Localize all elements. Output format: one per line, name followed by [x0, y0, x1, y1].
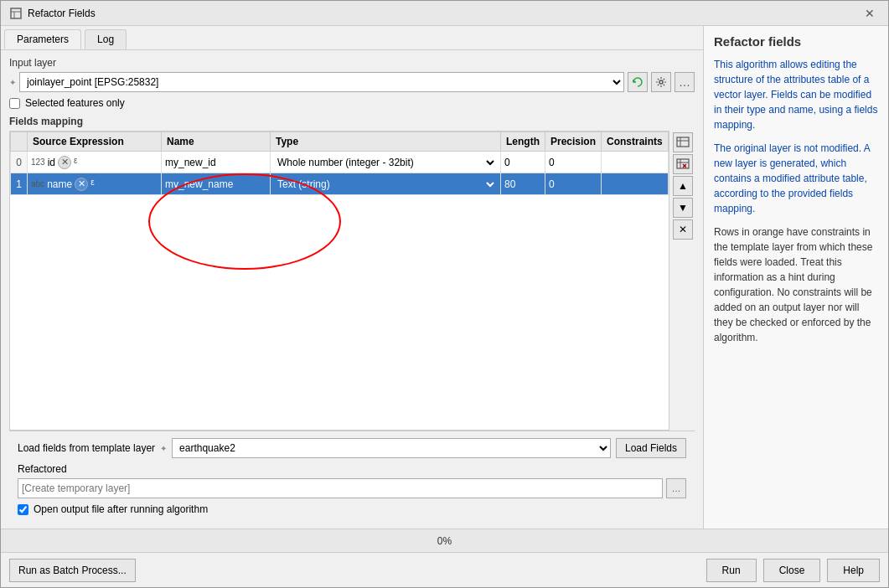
window: Refactor Fields ✕ Parameters Log Input l… [0, 0, 889, 588]
layer-settings-btn[interactable] [651, 72, 671, 92]
source-type-badge-0: 123 [31, 157, 45, 167]
delete-row-1-btn[interactable]: ✕ [75, 178, 88, 191]
batch-process-btn[interactable]: Run as Batch Process... [9, 559, 136, 582]
template-indicator: ✦ [160, 444, 167, 453]
name-input-0[interactable] [165, 157, 266, 168]
right-para-2: The original layer is not modified. A ne… [714, 141, 878, 216]
right-panel: Refactor fields This algorithm allows ed… [704, 26, 888, 529]
open-output-checkbox[interactable] [18, 504, 28, 515]
col-length: Length [500, 132, 545, 152]
row-index-0: 0 [11, 152, 28, 173]
move-up-btn[interactable]: ▲ [673, 176, 693, 196]
source-name-0: id [48, 157, 55, 168]
col-name: Name [162, 132, 271, 152]
svg-point-3 [659, 80, 663, 84]
selected-features-label: Selected features only [25, 97, 125, 109]
run-btn[interactable]: Run [706, 559, 757, 582]
close-btn[interactable]: Close [763, 559, 821, 582]
name-cell-0 [162, 152, 271, 173]
name-cell-1 [162, 173, 271, 195]
remove-btn[interactable]: ✕ [673, 219, 693, 240]
delete-selected-btn[interactable] [673, 154, 693, 174]
refactored-browse-btn[interactable]: … [666, 478, 686, 498]
type-cell-1: Text (string) Whole number (integer - 32… [271, 173, 501, 195]
col-type: Type [271, 132, 501, 152]
type-cell-0: Whole number (integer - 32bit) Text (str… [271, 152, 501, 173]
type-select-1[interactable]: Text (string) Whole number (integer - 32… [274, 178, 497, 191]
name-input-1[interactable] [165, 178, 266, 190]
template-layer-select[interactable]: earthquake2 [172, 438, 611, 458]
type-select-0[interactable]: Whole number (integer - 32bit) Text (str… [274, 156, 497, 169]
title-bar-left: Refactor Fields [9, 7, 96, 20]
col-source: Source Expression [28, 132, 162, 152]
arrow-row-1-btn[interactable]: ε [90, 178, 104, 191]
table-row: 1 abc name ✕ ε [11, 173, 669, 195]
title-bar: Refactor Fields ✕ [1, 1, 888, 26]
right-panel-body: This algorithm allows editing the struct… [714, 57, 878, 345]
constraints-cell-0 [602, 152, 669, 173]
fields-table-container: Source Expression Name Type Length Preci… [9, 131, 669, 431]
load-fields-btn[interactable]: Load Fields [616, 438, 686, 458]
source-type-badge-1: abc [31, 179, 44, 188]
col-index [11, 132, 28, 152]
fields-mapping-label: Fields mapping [9, 116, 695, 127]
input-layer-label: Input layer [9, 57, 695, 69]
col-precision: Precision [545, 132, 601, 152]
refactored-label: Refactored [18, 463, 686, 475]
layer-menu-btn[interactable]: … [675, 72, 695, 92]
app-icon [9, 7, 23, 20]
load-template-label: Load fields from template layer [18, 442, 155, 454]
fields-table: Source Expression Name Type Length Preci… [10, 132, 669, 195]
right-panel-title: Refactor fields [714, 34, 878, 49]
panel-body: Input layer ✦ joinlayer_point [EPSG:2583… [1, 50, 703, 529]
arrow-row-0-btn[interactable]: ε [74, 156, 87, 169]
precision-cell-1 [545, 173, 601, 195]
progress-bar-section: 0% [1, 529, 888, 552]
side-buttons: ▲ ▼ ✕ [671, 131, 695, 431]
svg-rect-0 [11, 8, 21, 18]
right-para-3: Rows in orange have constraints in the t… [714, 224, 878, 345]
source-cell-0: 123 id ✕ ε [28, 152, 162, 173]
load-template-row: Load fields from template layer ✦ earthq… [18, 438, 686, 458]
source-cell-1: abc name ✕ ε [28, 173, 162, 195]
table-row: 0 123 id ✕ ε [11, 152, 669, 173]
tab-log[interactable]: Log [85, 29, 127, 49]
right-para-1: This algorithm allows editing the struct… [714, 57, 878, 132]
length-cell-0 [500, 152, 545, 173]
length-input-1[interactable] [504, 178, 530, 190]
length-input-0[interactable] [504, 157, 530, 168]
delete-row-0-btn[interactable]: ✕ [58, 156, 71, 169]
tabs: Parameters Log [1, 26, 703, 50]
footer: Run as Batch Process... Run Close Help [1, 552, 888, 587]
col-constraints: Constraints [602, 132, 669, 152]
footer-right: Run Close Help [706, 559, 880, 582]
progress-text: 0% [9, 535, 880, 547]
help-btn[interactable]: Help [827, 559, 880, 582]
precision-input-0[interactable] [549, 157, 574, 168]
precision-cell-0 [545, 152, 601, 173]
layer-indicator: ✦ [9, 78, 16, 87]
input-layer-row: ✦ joinlayer_point [EPSG:25832] [9, 72, 695, 92]
left-panel: Parameters Log Input layer ✦ joinlayer_p… [1, 26, 704, 529]
precision-input-1[interactable] [549, 178, 574, 190]
input-layer-select[interactable]: joinlayer_point [EPSG:25832] [19, 72, 624, 92]
open-output-row: Open output file after running algorithm [18, 503, 686, 515]
selected-features-row: Selected features only [9, 97, 695, 109]
length-cell-1 [500, 173, 545, 195]
move-down-btn[interactable]: ▼ [673, 198, 693, 218]
selected-features-checkbox[interactable] [9, 98, 20, 109]
tab-parameters[interactable]: Parameters [4, 29, 81, 49]
svg-rect-4 [677, 137, 689, 147]
layer-refresh-btn[interactable] [628, 72, 648, 92]
add-row-btn[interactable] [673, 132, 693, 152]
row-index-1: 1 [11, 173, 28, 195]
open-output-label: Open output file after running algorithm [34, 503, 208, 515]
window-title: Refactor Fields [28, 8, 96, 19]
main-content: Parameters Log Input layer ✦ joinlayer_p… [1, 26, 888, 529]
close-icon[interactable]: ✕ [860, 5, 880, 22]
refactored-input[interactable] [18, 478, 663, 498]
source-name-1: name [47, 178, 72, 190]
bottom-section: Load fields from template layer ✦ earthq… [9, 431, 695, 522]
refactored-row: … [18, 478, 686, 498]
footer-left: Run as Batch Process... [9, 559, 136, 582]
